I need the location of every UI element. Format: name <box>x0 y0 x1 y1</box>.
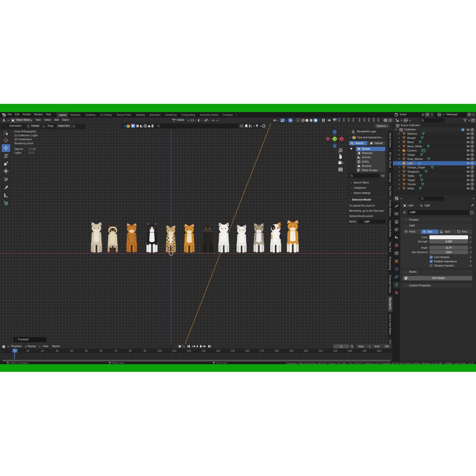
svg-text:X: X <box>341 138 343 140</box>
svg-text:Z: Z <box>334 131 335 133</box>
svg-text:-Y: -Y <box>333 138 336 140</box>
